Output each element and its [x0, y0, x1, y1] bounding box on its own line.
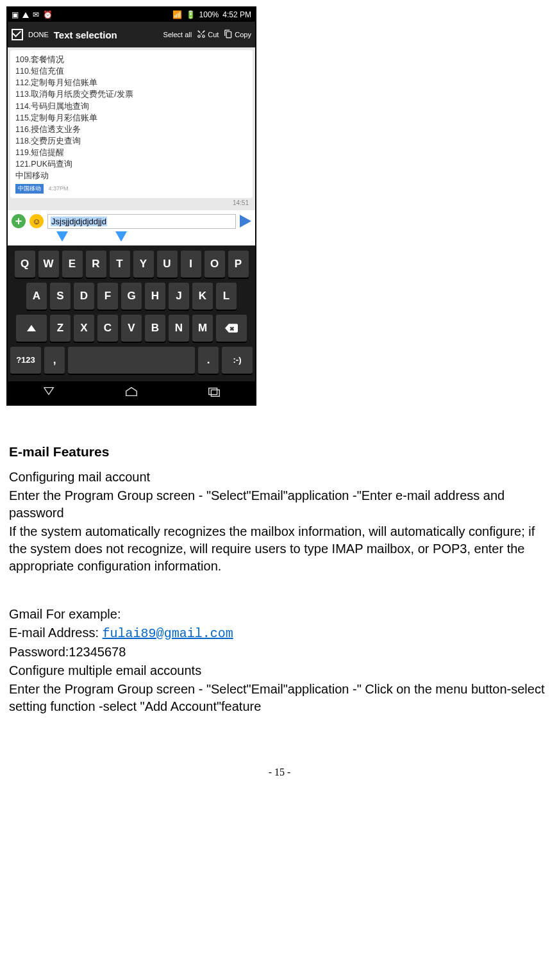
copy-button[interactable]: Copy: [224, 29, 251, 40]
text-selection-toolbar: DONE Text selection Select all Cut Copy: [8, 22, 255, 47]
signal-icon: 📶: [172, 10, 182, 19]
key-shift[interactable]: [16, 315, 47, 342]
key-q[interactable]: Q: [15, 251, 35, 278]
notification-alarm-icon: ⏰: [43, 10, 53, 19]
para-auto-recognize: If the system automatically recognizes t…: [9, 523, 550, 575]
key-row-1: Q W E R T Y U I O P: [10, 251, 253, 278]
svg-rect-1: [211, 390, 219, 396]
attach-plus-icon[interactable]: +: [12, 214, 26, 228]
key-b[interactable]: B: [145, 315, 165, 342]
status-bar: ▣ ✉ ⏰ 📶 🔋 100% 4:52 PM: [8, 8, 255, 22]
message-bubble[interactable]: 109.套餐情况 110.短信充值 112.定制每月短信账单 113.取消每月纸…: [10, 50, 253, 198]
key-j[interactable]: J: [169, 283, 189, 310]
selection-handle-left-icon[interactable]: [56, 231, 68, 242]
key-k[interactable]: K: [192, 283, 213, 310]
key-row-3: Z X C V B N M: [10, 315, 253, 342]
phone-screenshot: ▣ ✉ ⏰ 📶 🔋 100% 4:52 PM DONE Text selecti…: [6, 6, 256, 406]
key-v[interactable]: V: [121, 315, 142, 342]
select-all-button[interactable]: Select all: [163, 31, 192, 38]
keyboard: Q W E R T Y U I O P A S D F G H J K L: [8, 245, 255, 381]
para-configure-multiple: Configure multiple email accounts: [9, 662, 550, 679]
key-c[interactable]: C: [97, 315, 118, 342]
key-row-2: A S D F G H J K L: [10, 283, 253, 310]
selected-text: Jsjsjjdjdjdjddjjd: [51, 217, 107, 226]
key-l[interactable]: L: [216, 283, 237, 310]
key-n[interactable]: N: [169, 315, 189, 342]
key-x[interactable]: X: [74, 315, 94, 342]
notification-chat-icon: ✉: [33, 10, 39, 19]
key-i[interactable]: I: [181, 251, 201, 278]
done-label[interactable]: DONE: [28, 31, 49, 38]
key-symbols[interactable]: ?123: [10, 347, 41, 374]
key-u[interactable]: U: [157, 251, 178, 278]
para-email-address: E-mail Address: fulai89@gmail.com: [9, 624, 550, 642]
key-y[interactable]: Y: [133, 251, 154, 278]
toolbar-title: Text selection: [54, 29, 117, 40]
key-d[interactable]: D: [74, 283, 94, 310]
key-backspace[interactable]: [216, 315, 247, 342]
send-icon[interactable]: [240, 215, 251, 228]
bubble-time: 4:37PM: [48, 185, 68, 192]
key-a[interactable]: A: [26, 283, 47, 310]
thread-timestamp: 14:51: [10, 199, 253, 209]
key-smile[interactable]: :-): [222, 347, 253, 374]
key-r[interactable]: R: [86, 251, 106, 278]
compose-row: + ☺ Jsjsjjdjdjdjddjjd: [8, 210, 255, 233]
emoji-icon[interactable]: ☺: [29, 214, 44, 228]
copy-icon: [224, 29, 233, 40]
para-config-mail: Configuring mail account: [9, 469, 550, 486]
notification-icon: ▣: [12, 10, 19, 19]
para-gmail-example: Gmail For example:: [9, 606, 550, 623]
key-e[interactable]: E: [62, 251, 83, 278]
para-add-account: Enter the Program Group screen - "Select…: [9, 681, 550, 715]
selection-handles: [8, 233, 255, 245]
key-p[interactable]: P: [228, 251, 249, 278]
key-h[interactable]: H: [145, 283, 165, 310]
key-w[interactable]: W: [38, 251, 59, 278]
key-m[interactable]: M: [192, 315, 213, 342]
nav-recent-icon[interactable]: [207, 386, 221, 400]
android-navbar: [8, 381, 255, 404]
battery-icon: 🔋: [186, 10, 196, 19]
key-period[interactable]: .: [198, 347, 219, 374]
notification-triangle-icon: [22, 12, 29, 18]
key-space[interactable]: [68, 347, 195, 374]
compose-input[interactable]: Jsjsjjdjdjdjddjjd: [47, 214, 236, 229]
para-enter-program: Enter the Program Group screen - "Select…: [9, 487, 550, 522]
selection-handle-right-icon[interactable]: [115, 231, 127, 242]
sender-chip: 中国移动: [15, 184, 44, 194]
key-t[interactable]: T: [110, 251, 130, 278]
cut-icon: [197, 29, 206, 40]
key-o[interactable]: O: [204, 251, 225, 278]
battery-percent: 100%: [199, 10, 219, 19]
document-body: E-mail Features Configuring mail account…: [6, 444, 553, 715]
heading-email-features: E-mail Features: [9, 444, 550, 460]
key-z[interactable]: Z: [50, 315, 71, 342]
key-g[interactable]: G: [121, 283, 142, 310]
key-row-4: ?123 , . :-): [10, 347, 253, 374]
key-comma[interactable]: ,: [44, 347, 65, 374]
page-number: - 15 -: [6, 767, 553, 778]
key-f[interactable]: F: [97, 283, 118, 310]
cut-button[interactable]: Cut: [197, 29, 219, 40]
nav-back-icon[interactable]: [42, 386, 56, 400]
key-s[interactable]: S: [50, 283, 71, 310]
done-check-icon[interactable]: [12, 29, 23, 40]
para-password: Password:12345678: [9, 644, 550, 661]
svg-rect-0: [208, 388, 217, 394]
clock: 4:52 PM: [222, 10, 251, 19]
message-area: 109.套餐情况 110.短信充值 112.定制每月短信账单 113.取消每月纸…: [8, 47, 255, 210]
email-link[interactable]: fulai89@gmail.com: [103, 626, 233, 641]
nav-home-icon[interactable]: [124, 386, 138, 400]
